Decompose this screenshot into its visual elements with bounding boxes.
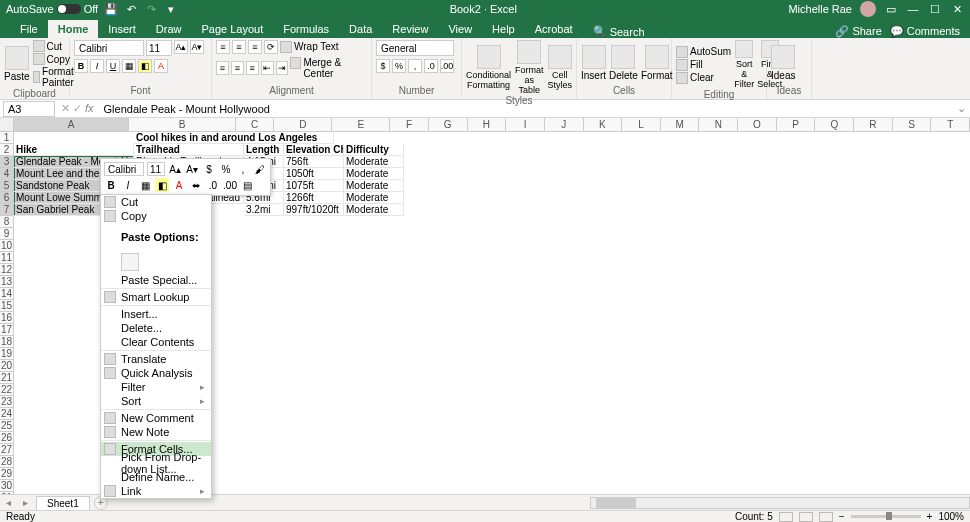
tab-draw[interactable]: Draw xyxy=(146,20,192,38)
paste-option-button[interactable] xyxy=(121,253,139,271)
column-header-H[interactable]: H xyxy=(468,118,507,131)
menu-item-paste-special[interactable]: Paste Special... xyxy=(101,273,211,287)
maximize-icon[interactable]: ☐ xyxy=(928,2,942,16)
sheet-nav-next-icon[interactable]: ▸ xyxy=(17,497,34,508)
align-middle-icon[interactable]: ≡ xyxy=(232,40,246,54)
tab-help[interactable]: Help xyxy=(482,20,525,38)
cell-D4[interactable]: 1050ft xyxy=(284,168,344,180)
column-header-F[interactable]: F xyxy=(390,118,429,131)
mini-increase-font-icon[interactable]: A▴ xyxy=(168,162,182,176)
zoom-level[interactable]: 100% xyxy=(938,511,964,522)
page-layout-view-icon[interactable] xyxy=(799,512,813,522)
sheet-tab-1[interactable]: Sheet1 xyxy=(36,496,90,510)
clear-button[interactable]: Clear xyxy=(676,72,731,84)
share-button[interactable]: 🔗 Share xyxy=(835,25,881,38)
cell-D3[interactable]: 756ft xyxy=(284,156,344,168)
cell-D7[interactable]: 997ft/1020ft xyxy=(284,204,344,216)
mini-inc-decimal-icon[interactable]: .0 xyxy=(206,178,220,192)
menu-item-translate[interactable]: Translate xyxy=(101,352,211,366)
mini-fill-color-button[interactable]: ◧ xyxy=(155,178,169,192)
formula-input[interactable]: Glendale Peak - Mount Hollywood xyxy=(100,103,953,115)
cell-D5[interactable]: 1075ft xyxy=(284,180,344,192)
paste-button[interactable]: Paste xyxy=(4,46,30,82)
currency-button[interactable]: $ xyxy=(376,59,390,73)
cell-B1[interactable]: Cool hikes in and around Los Angeles xyxy=(134,132,334,144)
row-header-24[interactable]: 24 xyxy=(0,408,14,420)
percent-button[interactable]: % xyxy=(392,59,406,73)
cell-E2[interactable]: Difficulty xyxy=(344,144,404,156)
row-header-23[interactable]: 23 xyxy=(0,396,14,408)
cell-E4[interactable]: Moderate xyxy=(344,168,404,180)
tab-home[interactable]: Home xyxy=(48,20,99,38)
fill-color-button[interactable]: ◧ xyxy=(138,59,152,73)
row-header-28[interactable]: 28 xyxy=(0,456,14,468)
align-center-icon[interactable]: ≡ xyxy=(231,61,244,75)
row-header-3[interactable]: 3 xyxy=(0,156,14,168)
menu-item-new-note[interactable]: New Note xyxy=(101,425,211,439)
row-header-11[interactable]: 11 xyxy=(0,252,14,264)
align-bottom-icon[interactable]: ≡ xyxy=(248,40,262,54)
sort-filter-button[interactable]: Sort & Filter xyxy=(734,40,754,89)
user-avatar[interactable] xyxy=(860,1,876,17)
menu-item-copy[interactable]: Copy xyxy=(101,209,211,223)
column-header-Q[interactable]: Q xyxy=(815,118,854,131)
column-header-O[interactable]: O xyxy=(738,118,777,131)
cell-D6[interactable]: 1266ft xyxy=(284,192,344,204)
cell-D2[interactable]: Elevation Change xyxy=(284,144,344,156)
row-header-20[interactable]: 20 xyxy=(0,360,14,372)
row-header-30[interactable]: 30 xyxy=(0,480,14,492)
fill-button[interactable]: Fill xyxy=(676,59,731,71)
row-header-1[interactable]: 1 xyxy=(0,132,14,144)
row-header-21[interactable]: 21 xyxy=(0,372,14,384)
underline-button[interactable]: U xyxy=(106,59,120,73)
row-header-15[interactable]: 15 xyxy=(0,300,14,312)
border-button[interactable]: ▦ xyxy=(122,59,136,73)
cell-E3[interactable]: Moderate xyxy=(344,156,404,168)
mini-border-button[interactable]: ▦ xyxy=(138,178,152,192)
column-header-M[interactable]: M xyxy=(661,118,700,131)
row-header-27[interactable]: 27 xyxy=(0,444,14,456)
row-header-19[interactable]: 19 xyxy=(0,348,14,360)
menu-item-delete[interactable]: Delete... xyxy=(101,321,211,335)
comma-button[interactable]: , xyxy=(408,59,422,73)
mini-currency-icon[interactable]: $ xyxy=(202,162,216,176)
column-header-T[interactable]: T xyxy=(931,118,970,131)
column-header-I[interactable]: I xyxy=(506,118,545,131)
mini-font-select[interactable] xyxy=(104,162,144,176)
row-header-8[interactable]: 8 xyxy=(0,216,14,228)
bold-button[interactable]: B xyxy=(74,59,88,73)
tab-file[interactable]: File xyxy=(10,20,48,38)
comments-button[interactable]: 💬 Comments xyxy=(890,25,960,38)
tab-view[interactable]: View xyxy=(438,20,482,38)
mini-merge-icon[interactable]: ⬌ xyxy=(189,178,203,192)
mini-bold-button[interactable]: B xyxy=(104,178,118,192)
row-header-29[interactable]: 29 xyxy=(0,468,14,480)
menu-item-link[interactable]: Link▸ xyxy=(101,484,211,498)
number-format-select[interactable] xyxy=(376,40,454,56)
row-header-13[interactable]: 13 xyxy=(0,276,14,288)
wrap-text-button[interactable]: Wrap Text xyxy=(280,41,339,53)
menu-item-smart-lookup[interactable]: Smart Lookup xyxy=(101,290,211,304)
indent-decrease-icon[interactable]: ⇤ xyxy=(261,61,274,75)
row-header-4[interactable]: 4 xyxy=(0,168,14,180)
font-size-select[interactable] xyxy=(146,40,172,56)
autosave-toggle[interactable]: AutoSave Off xyxy=(6,3,98,15)
menu-item-quick-analysis[interactable]: Quick Analysis xyxy=(101,366,211,380)
row-header-12[interactable]: 12 xyxy=(0,264,14,276)
minimize-icon[interactable]: — xyxy=(906,2,920,16)
name-box[interactable]: A3 xyxy=(3,101,55,117)
mini-comma-icon[interactable]: , xyxy=(236,162,250,176)
zoom-out-icon[interactable]: − xyxy=(839,511,845,522)
column-header-S[interactable]: S xyxy=(893,118,932,131)
horizontal-scrollbar[interactable] xyxy=(590,497,970,509)
cell-A2[interactable]: Hike xyxy=(14,144,134,156)
tab-review[interactable]: Review xyxy=(382,20,438,38)
undo-icon[interactable]: ↶ xyxy=(124,2,138,16)
tab-acrobat[interactable]: Acrobat xyxy=(525,20,583,38)
zoom-in-icon[interactable]: + xyxy=(927,511,933,522)
row-header-17[interactable]: 17 xyxy=(0,324,14,336)
cell-styles-button[interactable]: Cell Styles xyxy=(548,45,573,90)
ideas-button[interactable]: Ideas xyxy=(771,45,795,81)
format-cells-button[interactable]: Format xyxy=(641,45,673,81)
row-header-26[interactable]: 26 xyxy=(0,432,14,444)
